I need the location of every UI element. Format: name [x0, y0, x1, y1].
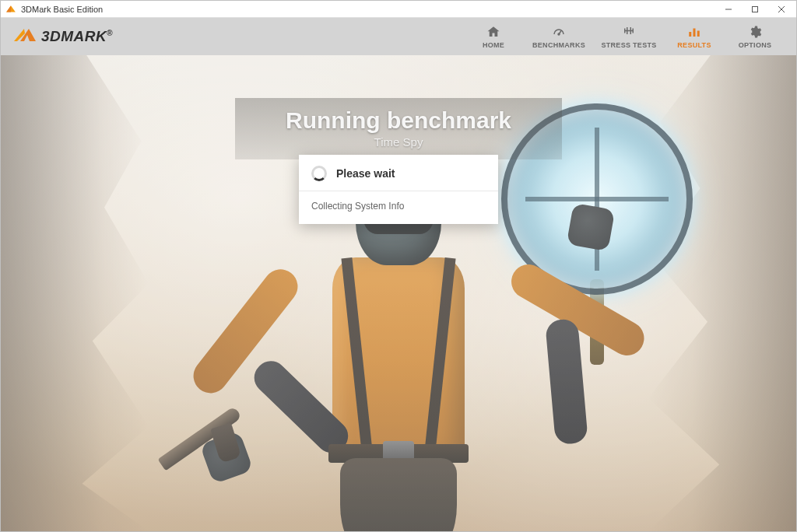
- home-icon: [486, 25, 500, 39]
- maximize-button[interactable]: [742, 1, 768, 18]
- spinner-icon: [311, 166, 327, 181]
- nav-label: OPTIONS: [739, 41, 772, 49]
- window-controls: [715, 1, 795, 18]
- progress-dialog: Please wait Collecting System Info: [299, 155, 498, 224]
- logo-icon: [13, 26, 37, 47]
- svg-rect-3: [693, 28, 696, 37]
- nav-label: BENCHMARKS: [532, 41, 585, 49]
- nav-benchmarks[interactable]: BENCHMARKS: [524, 22, 594, 52]
- nav-options[interactable]: OPTIONS: [725, 22, 785, 52]
- application-window: 3DMark Basic Edition 3DMARK®: [0, 0, 797, 532]
- benchmark-heading: Running benchmark Time Spy: [235, 98, 562, 159]
- nav-label: HOME: [483, 41, 504, 49]
- dialog-status: Collecting System Info: [299, 191, 498, 224]
- bar-chart-icon: [687, 25, 701, 39]
- nav-label: STRESS TESTS: [601, 41, 656, 49]
- close-button[interactable]: [768, 1, 795, 18]
- background-scene: Running benchmark Time Spy Please wait C…: [1, 55, 796, 531]
- nav-stress-tests[interactable]: STRESS TESTS: [594, 22, 664, 52]
- app-icon: [5, 4, 16, 15]
- logo-text: 3DMARK®: [41, 28, 113, 45]
- app-logo: 3DMARK®: [13, 26, 113, 47]
- svg-rect-0: [753, 6, 758, 12]
- nav-home[interactable]: HOME: [463, 22, 524, 52]
- gear-icon: [748, 25, 762, 39]
- benchmark-title: Running benchmark: [243, 107, 554, 134]
- main-nav: HOME BENCHMARKS STRESS TESTS RESULTS: [463, 22, 785, 52]
- svg-point-1: [558, 33, 560, 35]
- svg-rect-2: [689, 32, 691, 37]
- gauge-icon: [552, 25, 566, 39]
- dialog-header: Please wait: [299, 155, 498, 191]
- app-header: 3DMARK® HOME BENCHMARKS STRESS TESTS: [1, 18, 796, 55]
- minimize-button[interactable]: [715, 1, 742, 18]
- weight-icon: [622, 25, 636, 39]
- nav-label: RESULTS: [677, 41, 711, 49]
- benchmark-subtitle: Time Spy: [243, 135, 554, 149]
- nav-results[interactable]: RESULTS: [664, 22, 725, 52]
- titlebar: 3DMark Basic Edition: [1, 1, 796, 18]
- window-title: 3DMark Basic Edition: [21, 5, 715, 14]
- dialog-title: Please wait: [336, 167, 395, 180]
- svg-rect-4: [697, 30, 700, 37]
